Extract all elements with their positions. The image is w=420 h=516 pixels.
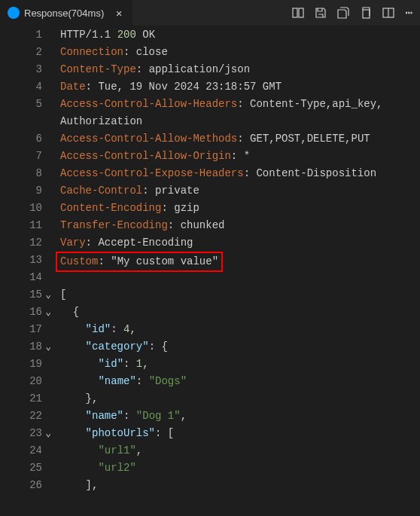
code-line: Access-Control-Expose-Headers: Content-D…	[60, 165, 420, 182]
line-number: 10	[0, 200, 42, 217]
diff-icon[interactable]	[292, 7, 304, 19]
line-number: 22	[0, 408, 42, 425]
line-number: 20	[0, 373, 42, 390]
line-number: 24	[0, 442, 42, 460]
tab-title: Response(704ms)	[24, 8, 104, 19]
tab-response[interactable]: Response(704ms) ×	[0, 0, 133, 26]
code-line: Content-Encoding: gzip	[60, 200, 420, 217]
line-number: 8	[0, 165, 42, 182]
code-area[interactable]: HTTP/1.1 200 OK Connection: close Conten…	[47, 26, 420, 494]
code-line: Access-Control-Allow-Methods: GET,POST,D…	[60, 130, 420, 148]
code-line: Access-Control-Allow-Origin: *	[60, 148, 420, 165]
fold-icon[interactable]: ⌄	[45, 286, 51, 304]
line-number: 15⌄	[0, 286, 42, 304]
line-number: 26	[0, 477, 42, 494]
copy-icon[interactable]	[360, 7, 372, 19]
code-line: "category": {	[60, 338, 420, 356]
code-line: "id": 1,	[60, 356, 420, 373]
line-number: 17	[0, 321, 42, 338]
code-line-wrap: Authorization	[60, 113, 420, 130]
code-line: Content-Type: application/json	[60, 61, 420, 78]
line-number: 4	[0, 78, 42, 96]
fold-icon[interactable]: ⌄	[45, 425, 51, 442]
line-number-wrap	[0, 113, 42, 130]
code-line: "url1",	[60, 442, 420, 460]
title-actions: ⋯	[292, 5, 420, 20]
code-line: Cache-Control: private	[60, 182, 420, 200]
code-line-highlighted: Custom: "My custom value"	[60, 252, 420, 269]
svg-rect-1	[299, 8, 303, 17]
line-number: 23⌄	[0, 425, 42, 442]
tab-icon	[8, 7, 20, 19]
svg-rect-0	[293, 8, 297, 17]
code-line: ],	[60, 477, 420, 494]
line-number: 2	[0, 44, 42, 61]
split-icon[interactable]	[382, 7, 394, 19]
line-number: 7	[0, 148, 42, 165]
editor: 1 2 3 4 5 6 7 8 9 10 11 12 13 14 15⌄ 16⌄…	[0, 26, 420, 494]
line-number: 14	[0, 269, 42, 286]
fold-icon[interactable]: ⌄	[45, 304, 51, 321]
line-number: 3	[0, 61, 42, 78]
code-line: HTTP/1.1 200 OK	[60, 26, 420, 44]
code-line: Transfer-Encoding: chunked	[60, 217, 420, 234]
close-icon[interactable]: ×	[113, 7, 125, 19]
fold-icon[interactable]: ⌄	[45, 338, 51, 356]
code-line: {	[60, 304, 420, 321]
gutter: 1 2 3 4 5 6 7 8 9 10 11 12 13 14 15⌄ 16⌄…	[0, 26, 47, 494]
line-number: 5	[0, 96, 42, 113]
code-line: Vary: Accept-Encoding	[60, 234, 420, 252]
more-icon[interactable]: ⋯	[405, 5, 412, 20]
line-number: 19	[0, 356, 42, 373]
svg-rect-2	[363, 10, 370, 18]
line-number: 13	[0, 252, 42, 269]
code-line: Access-Control-Allow-Headers: Content-Ty…	[60, 96, 420, 113]
save-icon[interactable]	[315, 7, 327, 19]
line-number: 9	[0, 182, 42, 200]
saveall-icon[interactable]	[337, 7, 349, 19]
code-line: "url2"	[60, 460, 420, 477]
line-number: 11	[0, 217, 42, 234]
line-number: 12	[0, 234, 42, 252]
line-number: 21	[0, 390, 42, 408]
line-number: 1	[0, 26, 42, 44]
code-line: Date: Tue, 19 Nov 2024 23:18:57 GMT	[60, 78, 420, 96]
code-line: Connection: close	[60, 44, 420, 61]
tab-bar: Response(704ms) × ⋯	[0, 0, 420, 26]
code-line: "id": 4,	[60, 321, 420, 338]
code-line: "name": "Dogs"	[60, 373, 420, 390]
line-number: 18⌄	[0, 338, 42, 356]
code-line: "name": "Dog 1",	[60, 408, 420, 425]
code-line: },	[60, 390, 420, 408]
line-number: 25	[0, 460, 42, 477]
code-line: [	[60, 286, 420, 304]
line-number: 16⌄	[0, 304, 42, 321]
code-line: "photoUrls": [	[60, 425, 420, 442]
line-number: 6	[0, 130, 42, 148]
